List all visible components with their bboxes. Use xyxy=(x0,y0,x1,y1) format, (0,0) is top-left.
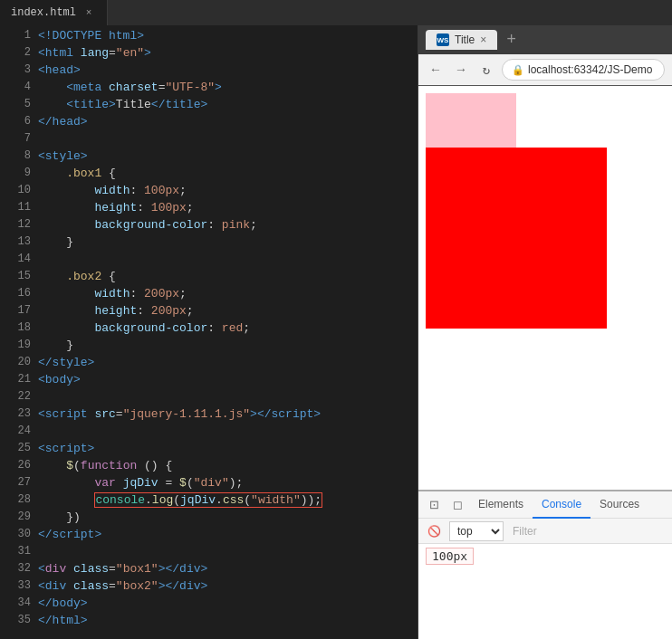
editor-panel: 1234567891011121314151617181920212223242… xyxy=(0,25,418,639)
refresh-button[interactable]: ↻ xyxy=(476,60,496,80)
code-line-7 xyxy=(38,130,418,148)
devtools: ⊡ ◻ Elements Console Sources 🚫 top Filte… xyxy=(418,490,672,639)
code-line-8: <style> xyxy=(38,148,418,165)
forward-button[interactable]: → xyxy=(451,60,471,80)
address-bar[interactable]: 🔒 localhost:63342/JS-Demo xyxy=(502,59,665,81)
console-value: 100px xyxy=(426,548,474,565)
code-line-5: <title>Title</title> xyxy=(38,96,418,113)
devtools-inspect-icon[interactable]: ◻ xyxy=(446,493,469,517)
tab-elements[interactable]: Elements xyxy=(469,491,533,519)
webstorm-icon: WS xyxy=(437,33,449,46)
code-line-15: .box2 { xyxy=(38,268,418,285)
code-line-13: } xyxy=(38,234,418,251)
code-line-11: height: 100px; xyxy=(38,199,418,216)
code-line-25: <script> xyxy=(38,440,418,457)
browser-tab[interactable]: WS Title × xyxy=(426,30,497,50)
code-line-26: $(function () { xyxy=(38,457,418,474)
code-line-18: background-color: red; xyxy=(38,320,418,337)
main-layout: 1234567891011121314151617181920212223242… xyxy=(0,25,672,639)
console-clear-icon[interactable]: 🚫 xyxy=(424,521,444,541)
console-output: 100px xyxy=(418,544,672,639)
back-button[interactable]: ← xyxy=(426,60,446,80)
address-icon: 🔒 xyxy=(512,64,524,76)
code-line-28: console.log(jqDiv.css("width")); xyxy=(38,491,418,509)
new-tab-button[interactable]: + xyxy=(506,31,516,49)
code-line-3: <head> xyxy=(38,62,418,79)
browser-chrome: WS Title × + ← → ↻ 🔒 localhost:63342/JS-… xyxy=(418,25,672,86)
code-line-16: width: 200px; xyxy=(38,285,418,302)
browser-viewport xyxy=(418,86,672,490)
browser-titlebar: WS Title × + xyxy=(418,25,672,54)
red-box-preview xyxy=(426,148,607,329)
file-tab-label: index.html xyxy=(11,6,76,19)
code-line-2: <html lang="en"> xyxy=(38,44,418,62)
code-line-24 xyxy=(38,423,418,440)
browser-panel: WS Title × + ← → ↻ 🔒 localhost:63342/JS-… xyxy=(418,25,672,639)
code-line-23: <script src="jquery-1.11.1.js"></script> xyxy=(38,405,418,423)
code-line-33: <div class="box2"></div> xyxy=(38,577,418,595)
code-line-1: <!DOCTYPE html> xyxy=(38,27,418,44)
code-line-20: </style> xyxy=(38,354,418,371)
code-line-6: </head> xyxy=(38,113,418,130)
code-line-29: }) xyxy=(38,509,418,526)
code-content[interactable]: <!DOCTYPE html><html lang="en"><head> <m… xyxy=(38,25,418,639)
devtools-tab-bar: ⊡ ◻ Elements Console Sources xyxy=(418,491,672,519)
code-line-21: <body> xyxy=(38,371,418,388)
browser-tab-close[interactable]: × xyxy=(480,33,486,46)
code-line-12: background-color: pink; xyxy=(38,216,418,234)
code-area: 1234567891011121314151617181920212223242… xyxy=(0,25,418,639)
browser-tab-label: Title xyxy=(455,33,475,46)
code-line-27: var jqDiv = $("div"); xyxy=(38,474,418,491)
console-context-select[interactable]: top xyxy=(449,521,504,541)
code-line-32: <div class="box1"></div> xyxy=(38,560,418,577)
tab-bar: index.html × xyxy=(0,0,672,25)
tab-close-button[interactable]: × xyxy=(82,5,96,20)
code-line-10: width: 100px; xyxy=(38,182,418,199)
browser-controls: ← → ↻ 🔒 localhost:63342/JS-Demo xyxy=(418,54,672,85)
file-tab[interactable]: index.html × xyxy=(0,0,108,25)
code-line-14 xyxy=(38,251,418,268)
code-line-31 xyxy=(38,543,418,560)
code-line-4: <meta charset="UTF-8"> xyxy=(38,79,418,96)
code-line-34: </body> xyxy=(38,595,418,612)
console-toolbar: 🚫 top Filter xyxy=(418,519,672,544)
code-line-35: </html> xyxy=(38,612,418,629)
code-line-30: </script> xyxy=(38,526,418,543)
code-line-9: .box1 { xyxy=(38,165,418,182)
tab-console[interactable]: Console xyxy=(533,491,590,519)
tab-sources[interactable]: Sources xyxy=(590,491,648,519)
devtools-cursor-icon[interactable]: ⊡ xyxy=(422,493,446,517)
console-filter-label: Filter xyxy=(513,525,537,538)
code-line-19: } xyxy=(38,337,418,354)
code-line-22 xyxy=(38,388,418,405)
address-text: localhost:63342/JS-Demo xyxy=(528,63,652,76)
code-line-17: height: 200px; xyxy=(38,302,418,320)
line-numbers: 1234567891011121314151617181920212223242… xyxy=(0,25,38,639)
